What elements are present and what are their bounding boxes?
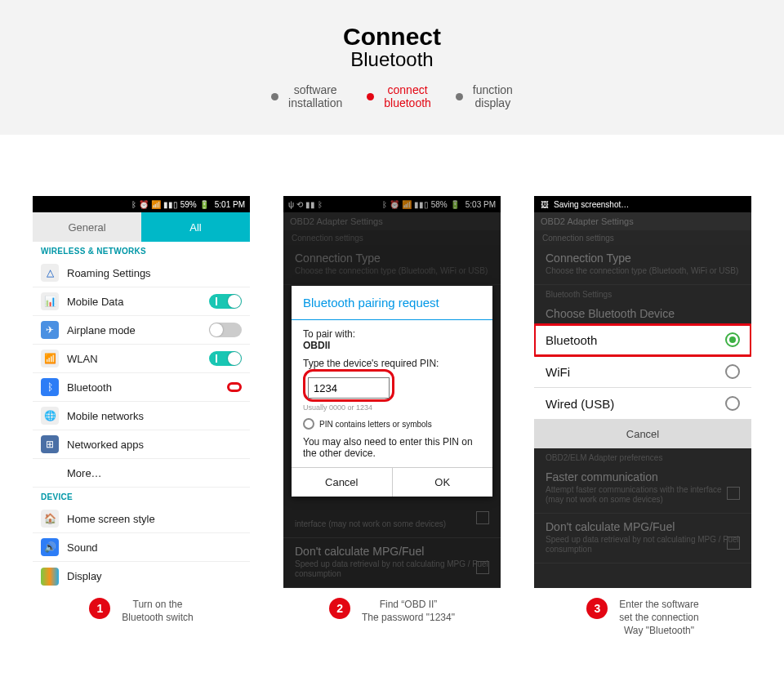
status-saving: Saving screenshot… [554, 200, 629, 209]
settings-tabs: General All [33, 212, 250, 242]
status-bar: 🖼 Saving screenshot… [534, 196, 751, 212]
banner-title-2: Bluetooth [0, 48, 784, 71]
pair-with-label: To pair with: [303, 328, 481, 340]
pin-letters-checkbox[interactable]: PIN contains letters or symbols [303, 418, 481, 430]
row-bluetooth[interactable]: ᛒ Bluetooth [33, 373, 250, 402]
connection-type-item[interactable]: Connection Type Choose the connection ty… [534, 245, 751, 285]
choose-cancel-button[interactable]: Cancel [534, 420, 751, 448]
dialog-cancel-button[interactable]: Cancel [292, 468, 392, 497]
battery-icon: 🔋 [199, 200, 209, 209]
roaming-icon: △ [41, 264, 59, 282]
status-bar: ᛒ ⏰ 📶 ▮▮▯ 59% 🔋 5:01 PM [33, 196, 250, 212]
mobile-networks-icon: 🌐 [41, 407, 59, 425]
row-wlan[interactable]: 📶 WLAN [33, 345, 250, 373]
top-banner: Connect Bluetooth softwareinstallation c… [0, 0, 784, 135]
obd-prefs-header: OBD2/ELM Adapter preferences [534, 448, 751, 464]
airplane-icon: ✈ [41, 321, 59, 339]
connection-settings-header: Connection settings [534, 230, 751, 245]
faster-communication-item[interactable]: Faster communication Attempt faster comm… [534, 464, 751, 514]
row-mobile-data[interactable]: 📊 Mobile Data [33, 287, 250, 316]
choose-usb[interactable]: Wired (USB) [534, 388, 751, 420]
phone-2: ψ ⟲ ▮▮ ᛒ ᛒ ⏰ 📶 ▮▮▯ 58% 🔋 5:03 PM OBD2 Ad… [283, 196, 501, 588]
crumb-dot [271, 93, 278, 100]
step-number-1: 1 [89, 598, 110, 619]
row-roaming[interactable]: △ Roaming Settings [33, 259, 250, 287]
row-airplane[interactable]: ✈ Airplane mode [33, 316, 250, 345]
networked-apps-icon: ⊞ [41, 435, 59, 453]
row-networked-apps[interactable]: ⊞ Networked apps [33, 430, 250, 459]
mpg-item[interactable]: Don't calculate MPG/Fuel Speed up data r… [283, 538, 501, 588]
home-icon: 🏠 [41, 510, 59, 528]
faster-communication-item[interactable]: interface (may not work on some devices) [283, 511, 501, 538]
image-icon: 🖼 [541, 200, 549, 209]
wlan-switch[interactable] [209, 351, 242, 366]
checkbox-icon[interactable] [476, 511, 489, 524]
choose-bluetooth[interactable]: Bluetooth [534, 324, 751, 356]
bluetooth-settings-header: Bluetooth Settings [534, 285, 751, 301]
dialog-ok-button[interactable]: OK [392, 468, 493, 497]
signal-icon: ▮▮▯ [163, 200, 178, 209]
row-display[interactable]: Display [33, 562, 250, 588]
section-wireless: WIRELESS & NETWORKS [33, 242, 250, 259]
row-mobile-networks[interactable]: 🌐 Mobile networks [33, 402, 250, 430]
bluetooth-row-icon: ᛒ [41, 378, 59, 396]
bluetooth-switch-highlight [227, 382, 242, 392]
checkbox-icon[interactable] [727, 487, 740, 500]
status-time: 5:01 PM [215, 200, 245, 209]
mobile-data-icon: 📊 [41, 292, 59, 310]
caption-2: 2 Find “OBD II”The password "1234" [283, 598, 501, 638]
phone-3: 🖼 Saving screenshot… OBD2 Adapter Settin… [534, 196, 751, 588]
pin-note: You may also need to enter this PIN on t… [303, 436, 481, 459]
display-icon [41, 568, 59, 586]
checkbox-icon [303, 418, 314, 430]
mpg-item[interactable]: Don't calculate MPG/Fuel Speed up data r… [534, 514, 751, 564]
pin-label: Type the device's required PIN: [303, 358, 481, 369]
progress-crumbs: softwareinstallation connectbluetooth fu… [0, 83, 784, 109]
connection-type-dialog: Bluetooth WiFi Wired (USB) Cancel [534, 324, 751, 448]
battery-pct: 59% [180, 200, 197, 209]
pin-hint: Usually 0000 or 1234 [303, 403, 481, 412]
pin-highlight [303, 369, 394, 402]
choose-device-item[interactable]: Choose Bluetooth Device [534, 301, 751, 324]
crumb-function-display: functiondisplay [456, 83, 513, 109]
phone-1: ᛒ ⏰ 📶 ▮▮▯ 59% 🔋 5:01 PM General All WIRE… [33, 196, 250, 588]
sound-icon: 🔊 [41, 538, 59, 556]
radio-icon [725, 396, 740, 411]
step-number-3: 3 [586, 598, 608, 619]
pin-input[interactable] [308, 377, 390, 399]
pair-device-name: OBDII [303, 340, 481, 351]
radio-selected-icon [725, 332, 740, 347]
airplane-switch[interactable] [209, 323, 242, 337]
caption-3: 3 Enter the softwareset the connectionWa… [534, 598, 751, 638]
caption-1: 1 Turn on theBluetooth switch [33, 598, 250, 638]
crumb-software-installation: softwareinstallation [271, 83, 342, 109]
row-home-style[interactable]: 🏠 Home screen style [33, 505, 250, 533]
tab-general[interactable]: General [33, 212, 141, 242]
crumb-dot [456, 93, 463, 100]
row-sound[interactable]: 🔊 Sound [33, 533, 250, 562]
crumb-connect-bluetooth: connectbluetooth [367, 83, 431, 109]
alarm-icon: ⏰ [139, 200, 149, 209]
step-number-2: 2 [329, 598, 350, 619]
captions-row: 1 Turn on theBluetooth switch 2 Find “OB… [0, 588, 784, 638]
radio-icon [725, 364, 740, 379]
wlan-icon: 📶 [41, 350, 59, 368]
phones-row: ᛒ ⏰ 📶 ▮▮▯ 59% 🔋 5:01 PM General All WIRE… [0, 135, 784, 588]
section-device: DEVICE [33, 488, 250, 505]
crumb-dot [367, 93, 374, 100]
choose-wifi[interactable]: WiFi [534, 356, 751, 388]
mobile-data-switch[interactable] [209, 294, 242, 309]
banner-title-1: Connect [0, 23, 784, 51]
pairing-dialog: Bluetooth pairing request To pair with: … [292, 286, 492, 497]
wifi-icon: 📶 [151, 200, 161, 209]
dialog-title: Bluetooth pairing request [292, 286, 492, 320]
app-title: OBD2 Adapter Settings [534, 212, 751, 230]
row-more[interactable]: More… [33, 459, 250, 488]
bluetooth-icon: ᛒ [131, 200, 136, 209]
tab-all[interactable]: All [141, 212, 250, 242]
